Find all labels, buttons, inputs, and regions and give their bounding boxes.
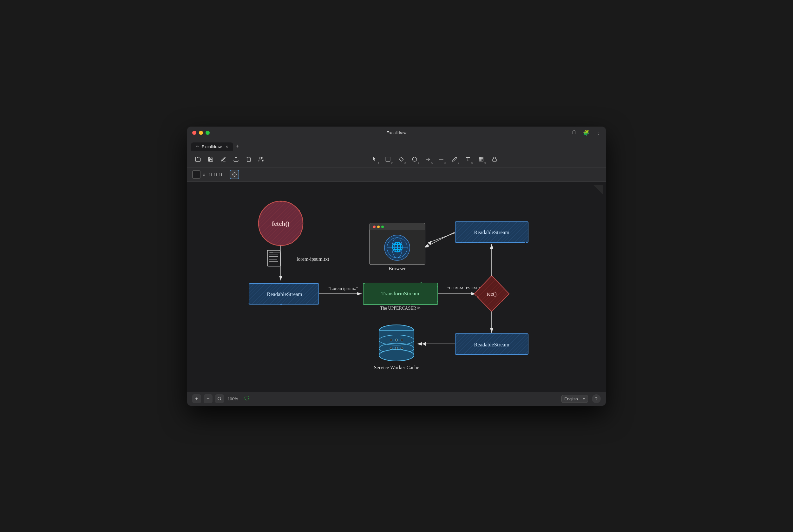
- svg-point-67: [401, 339, 403, 341]
- language-selector-wrapper: English Deutsch Español Français 中文 ▼: [561, 395, 588, 403]
- fetch-label: fetch(): [272, 220, 290, 227]
- canvas-area[interactable]: fetch() lorem-ipsum.txt ReadableStream "…: [187, 182, 606, 392]
- lorem-caps-label: "LOREM IPSUM..": [447, 286, 481, 290]
- svg-point-65: [390, 339, 392, 341]
- more-options-icon[interactable]: ⋮: [596, 130, 601, 136]
- svg-point-74: [218, 397, 221, 400]
- window-title: Excalidraw: [387, 130, 407, 135]
- svg-marker-41: [428, 241, 431, 245]
- tab-label: Excalidraw: [202, 144, 222, 149]
- circle-tool[interactable]: 4: [409, 153, 421, 165]
- svg-point-70: [401, 347, 403, 349]
- extensions-icon[interactable]: 🧩: [583, 130, 589, 136]
- svg-rect-22: [267, 250, 280, 266]
- lock-tool[interactable]: [488, 153, 501, 165]
- svg-line-39: [428, 232, 455, 246]
- tab-close-button[interactable]: ✕: [226, 145, 228, 149]
- new-document-icon[interactable]: 🗒: [572, 130, 577, 135]
- title-bar: Excalidraw 🗒 🧩 ⋮: [187, 127, 606, 139]
- svg-rect-14: [492, 159, 497, 161]
- open-button[interactable]: [192, 154, 204, 165]
- table-tool[interactable]: 9: [475, 153, 487, 165]
- svg-rect-9: [479, 157, 483, 161]
- color-settings-button[interactable]: [230, 170, 239, 179]
- pencil-tool[interactable]: 7: [448, 153, 461, 165]
- svg-point-66: [395, 339, 398, 341]
- minimize-button[interactable]: [199, 131, 203, 135]
- help-button[interactable]: ?: [592, 394, 601, 403]
- text-tool[interactable]: 8: [462, 153, 474, 165]
- svg-point-46: [381, 226, 384, 228]
- svg-point-4: [412, 157, 417, 161]
- export-button[interactable]: [230, 154, 242, 165]
- svg-marker-56: [423, 342, 426, 346]
- line-tool[interactable]: 6: [435, 153, 447, 165]
- hash-symbol: #: [203, 172, 206, 177]
- readable2-label: ReadableStream: [474, 229, 509, 235]
- select-tool[interactable]: 1: [369, 153, 381, 165]
- svg-marker-3: [399, 157, 403, 161]
- svg-point-45: [377, 226, 380, 228]
- delete-button[interactable]: [243, 154, 254, 165]
- cache-label: Service Worker Cache: [374, 365, 419, 370]
- save-button[interactable]: [205, 154, 216, 165]
- language-select[interactable]: English Deutsch Español Français 中文: [561, 395, 588, 403]
- collaborate-button[interactable]: [256, 154, 267, 165]
- tool-buttons: 1 2 3 4 5 6 7: [268, 153, 601, 165]
- active-tab[interactable]: ✏ Excalidraw ✕: [191, 142, 233, 151]
- tee-label: tee(): [487, 291, 497, 297]
- svg-point-64: [379, 349, 414, 361]
- svg-point-15: [234, 174, 235, 175]
- diamond-tool[interactable]: 3: [395, 153, 407, 165]
- bottom-bar: 100% 🛡 English Deutsch Español Français …: [187, 392, 606, 406]
- browser-label: Browser: [389, 266, 406, 271]
- bottom-right-controls: English Deutsch Español Français 中文 ▼ ?: [561, 394, 601, 403]
- maximize-button[interactable]: [206, 131, 210, 135]
- main-toolbar: 1 2 3 4 5 6 7: [187, 151, 606, 168]
- color-picker-row: # ffffff: [187, 168, 606, 182]
- color-hex-input[interactable]: ffffff: [208, 172, 227, 177]
- new-tab-button[interactable]: +: [233, 142, 242, 151]
- svg-point-44: [373, 226, 375, 228]
- zoom-out-button[interactable]: [204, 394, 213, 403]
- readable1-label: ReadableStream: [267, 291, 302, 297]
- mac-window: Excalidraw 🗒 🧩 ⋮ ✏ Excalidraw ✕ +: [187, 127, 606, 406]
- uppercaser-label: The UPPERCASER™: [380, 306, 421, 310]
- shield-icon: 🛡: [244, 396, 250, 402]
- zoom-fit-button[interactable]: [215, 394, 224, 403]
- svg-line-40: [428, 233, 455, 243]
- diagram-svg: fetch() lorem-ipsum.txt ReadableStream "…: [187, 182, 606, 392]
- arrow-tool[interactable]: 5: [422, 153, 434, 165]
- traffic-lights: [192, 131, 210, 135]
- svg-line-75: [220, 400, 221, 401]
- lorem-label: "Lorem ipsum..": [328, 286, 358, 291]
- svg-point-1: [260, 157, 262, 159]
- edit-button[interactable]: [218, 154, 229, 165]
- close-button[interactable]: [192, 131, 196, 135]
- svg-text:🌐: 🌐: [391, 242, 404, 253]
- zoom-in-button[interactable]: [192, 394, 201, 403]
- zoom-controls: 100% 🛡: [192, 394, 250, 403]
- file-label: lorem-ipsum.txt: [296, 256, 329, 262]
- svg-point-68: [390, 347, 392, 349]
- title-bar-actions: 🗒 🧩 ⋮: [572, 130, 601, 136]
- readable3-label: ReadableStream: [474, 342, 509, 348]
- zoom-level-label: 100%: [227, 397, 239, 401]
- svg-rect-2: [386, 157, 390, 161]
- tab-bar: ✏ Excalidraw ✕ +: [187, 139, 606, 151]
- rectangle-tool[interactable]: 2: [382, 153, 394, 165]
- svg-point-69: [395, 347, 398, 349]
- transform-label: TransformStream: [381, 290, 419, 297]
- color-swatch[interactable]: [192, 170, 200, 178]
- tab-icon: ✏: [196, 144, 199, 149]
